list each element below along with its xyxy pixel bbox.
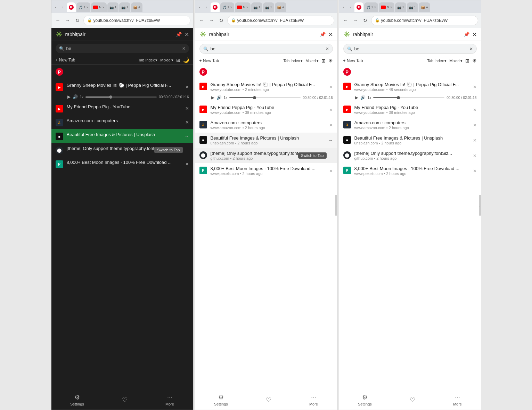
url-bar-3[interactable]: 🔒 youtube.com/watch?v=FUA7zbEvW: [371, 16, 478, 25]
close-tab-amazon-3[interactable]: ✕: [473, 123, 477, 128]
tab-entry-unsplash-3[interactable]: ■ Beautiful Free Images & Pictures | Uns…: [339, 133, 481, 148]
tab-instagram2-2[interactable]: 📷 1: [263, 2, 274, 12]
tab-index-dropdown-2[interactable]: Tab Index ▾: [283, 59, 303, 63]
search-clear-2[interactable]: ✕: [326, 47, 329, 51]
tab-entry-granny-3[interactable]: ▶ Granny Sheep Movies In! 🐑 | Peppa Pig …: [339, 79, 481, 94]
tab-entry-granny-2[interactable]: ▶ Granny Sheep Movies In! 🐑 | Peppa Pig …: [195, 79, 337, 94]
tab-amazon-1[interactable]: 📦 A: [131, 2, 142, 12]
tab-nav-back-3[interactable]: ‹: [341, 4, 347, 10]
volume-btn-1[interactable]: 🔊: [73, 94, 78, 99]
reload-btn-1[interactable]: ↻: [74, 17, 81, 24]
close-panel-2[interactable]: ✕: [328, 31, 333, 38]
tab-tiktok-2[interactable]: 🎵 1 ×: [220, 2, 235, 12]
close-tab-unsplash-3[interactable]: ✕: [473, 138, 477, 143]
search-input-1[interactable]: be: [66, 46, 180, 51]
close-tab-pexels-2[interactable]: ✕: [329, 168, 333, 174]
tab-entry-amazon-2[interactable]: a Amazon.com : computers www.amazon.com …: [195, 117, 337, 133]
arrow-unsplash-2[interactable]: →: [328, 137, 333, 143]
close-tab-granny-2[interactable]: ✕: [329, 84, 333, 90]
search-clear-3[interactable]: ✕: [469, 47, 473, 51]
tab-instagram-1[interactable]: 📷 1: [107, 2, 118, 12]
close-tab-peppa-2[interactable]: ✕: [329, 107, 333, 112]
mixed-dropdown-2[interactable]: Mixed ▾: [305, 59, 318, 63]
tab-entry-granny-1[interactable]: ▶ Granny Sheep Movies In! 🐑 | Peppa Pig …: [51, 80, 193, 94]
tab-entry-pinterest-3[interactable]: P: [339, 65, 481, 78]
tab-instagram2-3[interactable]: 📷 1: [407, 2, 418, 12]
tab-entry-pexels-3[interactable]: P 8,000+ Best Moon Images · 100% Free Do…: [339, 163, 481, 178]
play-btn-1[interactable]: ▶: [67, 94, 71, 99]
grid-view-icon-1[interactable]: ⊞: [176, 57, 180, 63]
arrow-unsplash-1[interactable]: →: [184, 133, 189, 139]
volume-btn-2[interactable]: 🔊: [216, 95, 222, 100]
tab-pinterest-3[interactable]: P: [354, 2, 363, 12]
theme-toggle-icon-2[interactable]: ☀: [328, 58, 333, 64]
play-btn-2[interactable]: ▶: [211, 95, 214, 100]
grid-view-icon-3[interactable]: ⊞: [465, 58, 469, 64]
close-tab-github-3[interactable]: ✕: [473, 153, 477, 158]
tab-entry-github-2[interactable]: ⬤ [theme] Only support theme.typography.…: [195, 148, 337, 163]
tab-entry-amazon-1[interactable]: a Amazon.com : computers ✕: [51, 115, 193, 129]
close-tab-granny-3[interactable]: ✕: [473, 84, 477, 90]
media-progress-2[interactable]: [229, 97, 301, 98]
close-tab-granny-1[interactable]: ✕: [185, 84, 189, 90]
tab-entry-unsplash-1[interactable]: ■ Beautiful Free Images & Pictures | Uns…: [51, 129, 193, 143]
more-btn-1[interactable]: ··· More: [165, 394, 174, 406]
tab-tiktok-3[interactable]: 🎵 1 ×: [364, 2, 378, 12]
pin-icon-3[interactable]: 📌: [464, 32, 469, 37]
more-btn-3[interactable]: ··· More: [453, 394, 462, 406]
tab-nav-fwd-2[interactable]: ›: [204, 4, 210, 10]
mixed-dropdown-1[interactable]: Mixed ▾: [160, 58, 173, 62]
tab-amazon-2[interactable]: 📦 A: [275, 2, 286, 12]
tab-nav-back-2[interactable]: ‹: [197, 4, 203, 10]
divider-handle-2[interactable]: ⋮: [335, 195, 337, 216]
speed-btn-3[interactable]: 1x: [368, 96, 371, 100]
url-bar-1[interactable]: 🔒 youtube.com/watch?v=FUA7zbEvW: [83, 16, 190, 25]
tab-instagram2-1[interactable]: 📷 1: [119, 2, 130, 12]
tab-index-dropdown-3[interactable]: Tab Index ▾: [427, 59, 447, 63]
close-tab-amazon-1[interactable]: ✕: [185, 120, 189, 125]
close-tab-pexels-3[interactable]: ✕: [473, 168, 477, 174]
media-progress-1[interactable]: [85, 97, 157, 98]
search-bar-1[interactable]: 🔍 be ✕: [56, 44, 189, 53]
tab-entry-pexels-1[interactable]: P 8,000+ Best Moon Images · 100% Free Do…: [51, 157, 193, 171]
speed-btn-1[interactable]: 1x: [80, 95, 84, 99]
tab-instagram-3[interactable]: 📷 1: [395, 2, 406, 12]
tab-nav-back-1[interactable]: ‹: [53, 4, 59, 10]
tab-youtube-1[interactable]: N ×: [91, 2, 106, 12]
tab-nav-fwd-1[interactable]: ›: [60, 4, 66, 10]
close-tab-peppa-3[interactable]: ✕: [473, 107, 477, 112]
tab-nav-fwd-3[interactable]: ›: [347, 4, 354, 10]
forward-btn-1[interactable]: →: [64, 17, 72, 24]
tab-entry-pinterest-2[interactable]: P: [195, 65, 337, 78]
reload-btn-3[interactable]: ↻: [361, 17, 369, 24]
tab-pinterest-2[interactable]: P: [211, 2, 220, 12]
favorites-btn-2[interactable]: ♡: [266, 396, 271, 404]
tab-entry-amazon-3[interactable]: a Amazon.com : computers www.amazon.com …: [339, 117, 481, 133]
tab-entry-peppa-2[interactable]: ▶ My Friend Peppa Pig - YouTube www.yout…: [195, 102, 337, 117]
media-progress-3[interactable]: [373, 97, 444, 98]
divider-handle-3[interactable]: ⋮: [479, 195, 481, 216]
favorites-btn-1[interactable]: ♡: [122, 396, 128, 404]
settings-btn-3[interactable]: ⚙ Settings: [358, 394, 372, 406]
close-tab-peppa-1[interactable]: ✕: [185, 106, 189, 111]
close-tab-pexels-1[interactable]: ✕: [185, 161, 189, 167]
settings-btn-2[interactable]: ⚙ Settings: [214, 394, 228, 406]
pin-icon-1[interactable]: 📌: [176, 32, 182, 37]
tab-youtube-2[interactable]: N ×: [235, 2, 250, 12]
tab-entry-github-3[interactable]: ⬤ [theme] Only support theme.typography.…: [339, 148, 481, 163]
search-clear-1[interactable]: ✕: [182, 46, 186, 51]
close-tab-amazon-2[interactable]: ✕: [329, 123, 333, 128]
forward-btn-3[interactable]: →: [352, 17, 359, 24]
tab-entry-pinterest-1[interactable]: P: [51, 65, 193, 78]
speed-btn-2[interactable]: 1x: [224, 96, 228, 100]
settings-btn-1[interactable]: ⚙ Settings: [70, 394, 84, 406]
more-btn-2[interactable]: ··· More: [309, 394, 318, 406]
back-btn-3[interactable]: ←: [342, 17, 350, 24]
url-bar-2[interactable]: 🔒 youtube.com/watch?v=FUA7zbEvW: [227, 16, 334, 25]
search-bar-3[interactable]: 🔍 be ✕: [343, 44, 477, 54]
close-panel-1[interactable]: ✕: [185, 31, 189, 38]
new-tab-btn-2[interactable]: + New Tab: [199, 58, 219, 63]
grid-view-icon-2[interactable]: ⊞: [321, 58, 326, 64]
mixed-dropdown-3[interactable]: Mixed ▾: [449, 59, 462, 63]
search-bar-2[interactable]: 🔍 be ✕: [199, 44, 333, 54]
